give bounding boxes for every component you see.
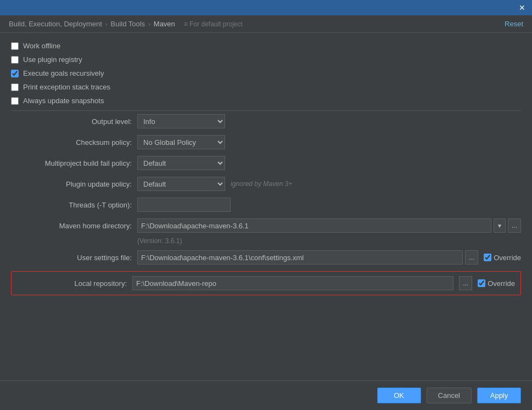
- maven-home-input[interactable]: [137, 218, 491, 233]
- user-settings-row: User settings file: ... Override: [11, 250, 521, 265]
- threads-input[interactable]: [137, 198, 231, 212]
- maven-home-browse-btn[interactable]: ...: [508, 218, 521, 233]
- maven-version-text: (Version: 3.6.1): [137, 237, 521, 245]
- work-offline-row: Work offline: [11, 42, 521, 50]
- threads-row: Threads (-T option):: [11, 198, 521, 212]
- output-level-label: Output level:: [11, 117, 132, 126]
- local-repo-browse-btn[interactable]: ...: [459, 276, 472, 290]
- content-area: Work offline Use plugin registry Execute…: [0, 33, 532, 380]
- breadcrumb-sep2: ›: [148, 21, 150, 27]
- user-settings-input[interactable]: [137, 250, 463, 265]
- user-settings-browse-btn[interactable]: ...: [465, 250, 478, 265]
- close-button[interactable]: ✕: [517, 2, 528, 13]
- multiproject-policy-select[interactable]: Default At End Never Always: [137, 156, 225, 170]
- multiproject-policy-label: Multiproject build fail policy:: [11, 159, 132, 167]
- reset-button[interactable]: Reset: [505, 20, 523, 28]
- maven-home-label: Maven home directory:: [11, 222, 132, 230]
- footer: OK Cancel Apply: [0, 380, 532, 410]
- maven-home-input-group: ▼ ...: [137, 218, 521, 233]
- local-repo-label: Local repository:: [17, 279, 127, 288]
- plugin-update-policy-label: Plugin update policy:: [11, 180, 132, 188]
- work-offline-label[interactable]: Work offline: [23, 42, 60, 50]
- breadcrumb-part1[interactable]: Build, Execution, Deployment: [9, 20, 102, 28]
- checksum-policy-label: Checksum policy:: [11, 138, 132, 147]
- ok-button[interactable]: OK: [377, 387, 421, 403]
- local-repo-override: Override: [478, 279, 515, 288]
- always-update-snapshots-row: Always update snapshots: [11, 97, 521, 105]
- maven-home-row: Maven home directory: ▼ ...: [11, 218, 521, 233]
- local-repo-override-label[interactable]: Override: [488, 279, 515, 288]
- always-update-snapshots-checkbox[interactable]: [11, 97, 19, 105]
- local-repository-section: Local repository: ... Override: [11, 271, 521, 295]
- user-settings-override-label[interactable]: Override: [494, 254, 521, 262]
- cancel-button[interactable]: Cancel: [427, 387, 472, 403]
- user-settings-override-checkbox[interactable]: [484, 254, 491, 261]
- apply-button[interactable]: Apply: [477, 387, 521, 403]
- print-stack-traces-row: Print exception stack traces: [11, 83, 521, 91]
- user-settings-label: User settings file:: [11, 254, 132, 262]
- for-project-label: ≡ For default project: [184, 20, 243, 28]
- threads-label: Threads (-T option):: [11, 201, 132, 209]
- title-bar: ✕: [0, 0, 532, 15]
- checksum-policy-row: Checksum policy: No Global Policy Strict…: [11, 135, 521, 149]
- settings-dialog: ✕ Build, Execution, Deployment › Build T…: [0, 0, 532, 410]
- breadcrumb-bar: Build, Execution, Deployment › Build Too…: [0, 15, 532, 33]
- local-repo-override-checkbox[interactable]: [478, 279, 485, 287]
- use-plugin-registry-label[interactable]: Use plugin registry: [23, 55, 82, 64]
- always-update-snapshots-label[interactable]: Always update snapshots: [23, 97, 104, 105]
- breadcrumb-part3[interactable]: Maven: [154, 20, 175, 28]
- local-repo-input[interactable]: [132, 276, 453, 290]
- plugin-update-policy-select[interactable]: Default Always Never: [137, 177, 225, 191]
- use-plugin-registry-row: Use plugin registry: [11, 55, 521, 64]
- plugin-update-policy-hint: ignored by Maven 3+: [231, 180, 292, 188]
- plugin-update-policy-row: Plugin update policy: Default Always Nev…: [11, 177, 521, 191]
- breadcrumb-part2[interactable]: Build Tools: [110, 20, 145, 28]
- maven-home-dropdown-btn[interactable]: ▼: [494, 218, 506, 233]
- use-plugin-registry-checkbox[interactable]: [11, 56, 19, 64]
- execute-goals-label[interactable]: Execute goals recursively: [23, 69, 104, 77]
- work-offline-checkbox[interactable]: [11, 42, 19, 50]
- multiproject-policy-row: Multiproject build fail policy: Default …: [11, 156, 521, 170]
- breadcrumb-sep1: ›: [105, 21, 108, 27]
- user-settings-override: Override: [484, 254, 521, 262]
- execute-goals-checkbox[interactable]: [11, 70, 19, 77]
- print-stack-traces-label[interactable]: Print exception stack traces: [23, 83, 110, 91]
- user-settings-input-group: ...: [137, 250, 478, 265]
- execute-goals-row: Execute goals recursively: [11, 69, 521, 77]
- print-stack-traces-checkbox[interactable]: [11, 83, 19, 91]
- output-level-select[interactable]: Info Debug Quiet: [137, 114, 225, 128]
- breadcrumb: Build, Execution, Deployment › Build Too…: [9, 20, 243, 28]
- checksum-policy-select[interactable]: No Global Policy Strict Lax: [137, 135, 225, 149]
- separator: [11, 110, 521, 111]
- output-level-row: Output level: Info Debug Quiet: [11, 114, 521, 128]
